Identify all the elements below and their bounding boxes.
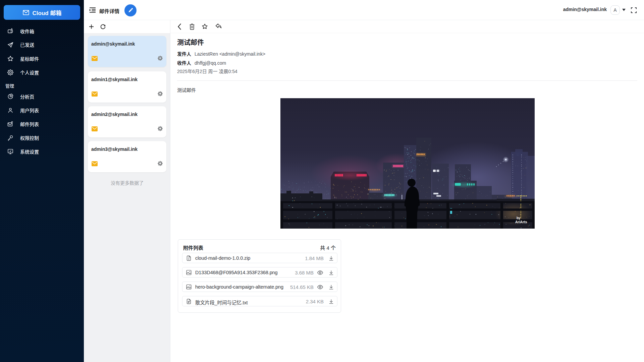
svg-text:by: by	[517, 216, 521, 220]
svg-text:AriArts: AriArts	[515, 220, 527, 224]
